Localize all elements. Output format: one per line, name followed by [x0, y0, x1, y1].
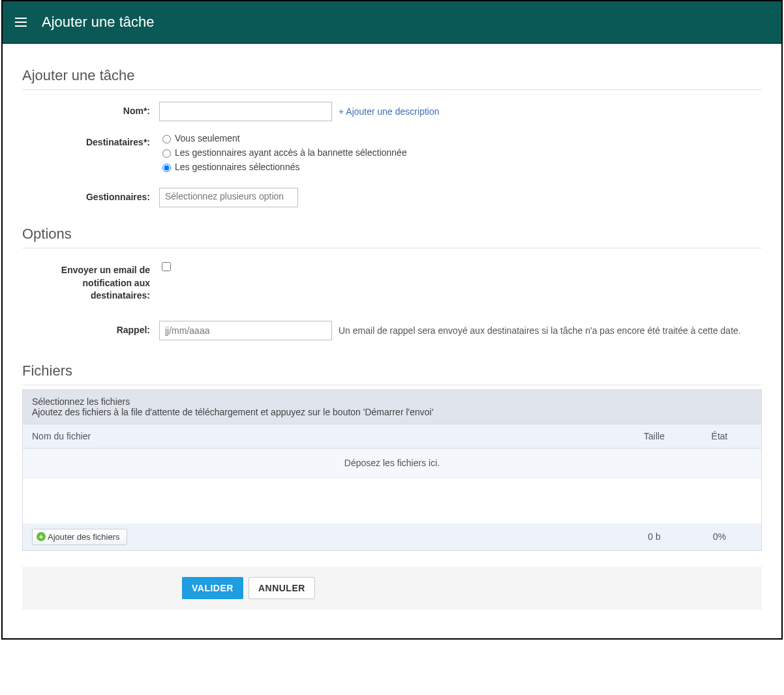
files-columns: Nom du fichier Taille État — [23, 424, 761, 449]
files-empty-area — [23, 478, 761, 524]
col-filename: Nom du fichier — [32, 431, 622, 441]
files-footer: + Ajouter des fichiers 0 b 0% — [23, 524, 761, 550]
col-status: État — [687, 431, 752, 441]
files-header-line2: Ajoutez des fichiers à la file d'attente… — [32, 407, 752, 417]
label-name: Nom*: — [22, 102, 159, 116]
radio-selected-managers-input[interactable] — [162, 164, 171, 172]
menu-icon[interactable] — [13, 14, 29, 30]
section-title-files: Fichiers — [22, 362, 762, 385]
cancel-button[interactable]: ANNULER — [249, 577, 315, 599]
files-total-percent: 0% — [687, 531, 752, 542]
radio-selected-managers-label: Les gestionnaires sélectionnés — [175, 162, 299, 172]
section-title-main: Ajouter une tâche — [22, 67, 762, 90]
submit-button[interactable]: VALIDER — [182, 577, 243, 599]
files-header-line1: Sélectionnez les fichiers — [32, 396, 752, 407]
files-header: Sélectionnez les fichiers Ajoutez des fi… — [23, 390, 761, 424]
radio-you-only-label: Vous seulement — [175, 133, 240, 143]
radio-managers-access[interactable]: Les gestionnaires ayant accès à la banne… — [159, 147, 762, 158]
radio-managers-access-label: Les gestionnaires ayant accès à la banne… — [175, 147, 407, 158]
files-uploader: Sélectionnez les fichiers Ajoutez des fi… — [22, 389, 762, 551]
reminder-help-text: Un email de rappel sera envoyé aux desti… — [339, 325, 741, 336]
email-notify-checkbox[interactable] — [162, 262, 171, 271]
appbar-title: Ajouter une tâche — [42, 14, 154, 31]
radio-managers-access-input[interactable] — [162, 149, 171, 158]
reminder-input[interactable] — [159, 321, 332, 340]
plus-icon: + — [37, 532, 46, 541]
label-recipients: Destinataires*: — [22, 133, 159, 147]
drop-zone[interactable]: Déposez les fichiers ici. — [23, 449, 761, 478]
add-files-label: Ajouter des fichiers — [48, 532, 120, 542]
files-total-size: 0 b — [622, 531, 687, 542]
appbar: Ajouter une tâche — [3, 1, 781, 43]
add-description-link[interactable]: + Ajouter une description — [339, 106, 440, 117]
label-reminder: Rappel: — [22, 321, 159, 335]
actions-bar: VALIDER ANNULER — [22, 567, 762, 610]
label-managers: Gestionnaires: — [22, 188, 159, 202]
add-files-button[interactable]: + Ajouter des fichiers — [32, 529, 127, 545]
section-title-options: Options — [22, 226, 762, 248]
radio-you-only-input[interactable] — [162, 135, 171, 143]
name-input[interactable] — [159, 102, 332, 121]
col-size: Taille — [622, 431, 687, 441]
radio-you-only[interactable]: Vous seulement — [159, 133, 762, 143]
managers-select[interactable]: Sélectionnez plusieurs option — [159, 188, 298, 207]
radio-selected-managers[interactable]: Les gestionnaires sélectionnés — [159, 162, 762, 172]
label-email-notify: Envoyer un email de notification aux des… — [22, 260, 159, 303]
